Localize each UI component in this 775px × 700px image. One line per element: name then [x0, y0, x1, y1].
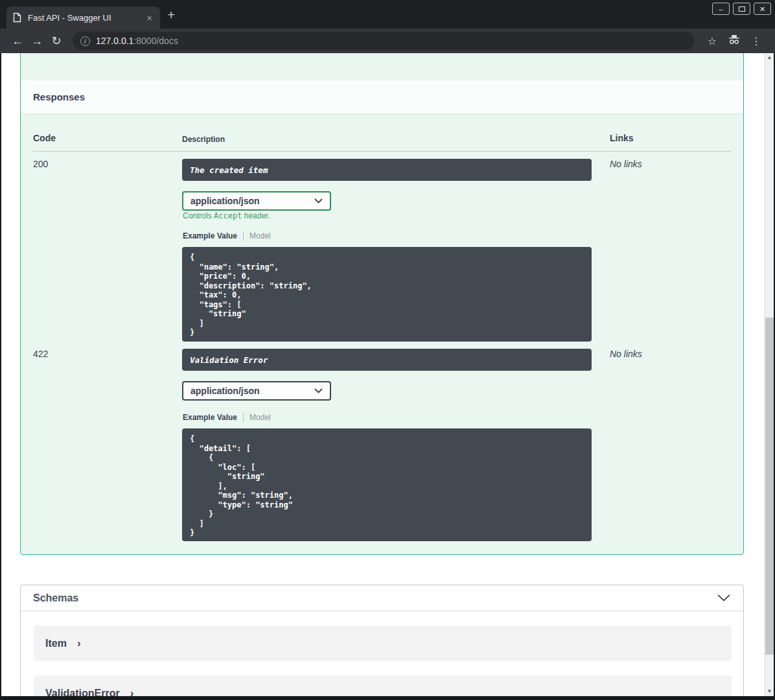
response-200-links: No links [610, 159, 642, 169]
address-bar[interactable]: i 127.0.0.1 :8000/docs [73, 32, 695, 50]
schema-model-validationerror[interactable]: ValidationError › [34, 675, 732, 696]
response-422-links: No links [610, 349, 642, 359]
column-header-links: Links [610, 133, 634, 143]
tab-example-value[interactable]: Example Value [183, 413, 237, 422]
tab-title: Fast API - Swagger UI [28, 13, 145, 23]
schemas-section: Schemas Item › ValidationError › [20, 585, 744, 696]
scroll-up-icon[interactable]: ▲ [765, 53, 774, 62]
media-type-select-422[interactable]: application/json [182, 381, 331, 401]
scrollbar-thumb[interactable] [765, 318, 774, 655]
site-info-icon[interactable]: i [80, 36, 90, 46]
tab-strip: Fast API - Swagger UI × + – ✕ [0, 0, 775, 29]
reload-icon[interactable]: ↻ [47, 34, 66, 48]
minimize-button[interactable]: – [712, 3, 730, 15]
forward-icon[interactable]: → [27, 34, 47, 48]
chevron-right-icon: › [130, 688, 134, 696]
browser-menu-icon[interactable]: ⋮ [745, 35, 767, 47]
close-button[interactable]: ✕ [754, 3, 771, 15]
maximize-button[interactable] [733, 3, 750, 15]
schema-model-item[interactable]: Item › [34, 625, 732, 661]
scroll-down-icon[interactable]: ▼ [765, 687, 774, 696]
url-host: 127.0.0.1 [96, 36, 133, 46]
controls-accept-note: Controls Accept header. [183, 211, 270, 220]
maximize-icon [739, 6, 745, 12]
tab-separator [243, 231, 244, 240]
responses-title: Responses [33, 91, 85, 102]
incognito-icon [723, 34, 745, 47]
back-icon[interactable]: ← [8, 34, 27, 48]
schemas-title: Schemas [33, 592, 78, 604]
url-path: :8000/docs [133, 36, 178, 46]
tab-model[interactable]: Model [249, 413, 271, 422]
browser-tab[interactable]: Fast API - Swagger UI × [6, 6, 160, 29]
tab-example-value[interactable]: Example Value [183, 231, 237, 240]
example-model-tabs-422: Example Value Model [183, 413, 271, 422]
tab-model[interactable]: Model [249, 231, 271, 240]
window-controls: – ✕ [712, 3, 771, 15]
response-code-422: 422 [33, 349, 48, 359]
chevron-down-icon[interactable] [717, 594, 730, 601]
column-header-code: Code [33, 133, 56, 143]
chevron-right-icon: › [77, 638, 81, 649]
example-json-200: { "name": "string", "price": 0, "descrip… [182, 247, 592, 342]
table-header-divider [33, 151, 731, 152]
response-200-description: The created item [182, 159, 592, 181]
example-json-422: { "detail": [ { "loc": [ "string" ], "ms… [182, 428, 592, 541]
column-header-description: Description [182, 135, 225, 144]
new-tab-button[interactable]: + [167, 7, 175, 23]
browser-toolbar: ← → ↻ i 127.0.0.1 :8000/docs ☆ ⋮ [0, 29, 775, 53]
bookmark-star-icon[interactable]: ☆ [701, 35, 723, 47]
page-favicon-icon [13, 12, 21, 23]
example-model-tabs-200: Example Value Model [183, 231, 271, 240]
schemas-header[interactable]: Schemas [21, 585, 743, 611]
responses-section-header: Responses [21, 80, 743, 113]
page-scrollbar[interactable]: ▲ ▼ [764, 53, 774, 696]
tab-separator [243, 413, 244, 422]
response-422-description: Validation Error [182, 349, 592, 371]
tab-close-icon[interactable]: × [145, 13, 154, 23]
page-content: Responses Code Description Links 200 The… [1, 53, 774, 696]
response-code-200: 200 [33, 159, 48, 169]
media-type-select-200[interactable]: application/json [182, 191, 331, 211]
chevron-down-icon [314, 388, 323, 393]
chevron-down-icon [314, 198, 323, 204]
